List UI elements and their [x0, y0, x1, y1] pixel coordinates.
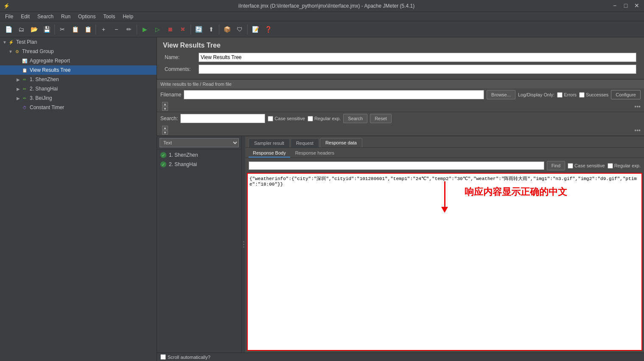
- tab-request[interactable]: Request: [291, 138, 319, 147]
- toggle-button[interactable]: ✏: [123, 23, 135, 35]
- start-button[interactable]: ▶: [139, 23, 151, 35]
- scroll-arrows-mid: ▲ ▼: [160, 125, 170, 135]
- shutdown-button[interactable]: ✖: [177, 23, 189, 35]
- regular-exp-text: Regular exp.: [314, 116, 341, 121]
- sidebar-item-timer[interactable]: ⏱ Constant Timer: [0, 103, 157, 112]
- clearall-button[interactable]: ⬆: [205, 23, 217, 35]
- result-icon-2: ✓: [160, 161, 166, 167]
- new-button[interactable]: 📄: [3, 23, 14, 35]
- format-select[interactable]: Text HTML JSON XML: [160, 138, 239, 147]
- minimize-button[interactable]: −: [611, 2, 619, 9]
- stop-button[interactable]: ⏹: [164, 23, 176, 35]
- open-button[interactable]: 📂: [28, 23, 40, 35]
- comments-row: Comments:: [163, 65, 638, 74]
- dots-menu-top[interactable]: •••: [634, 103, 641, 110]
- app-icon: ⚡: [3, 3, 10, 9]
- comments-input[interactable]: [199, 65, 636, 74]
- scroll-down-arrow2[interactable]: ▼: [162, 130, 168, 135]
- scroll-up-arrow2[interactable]: ▲: [162, 126, 168, 130]
- results-right-panel: Sampler result Request Response data Res…: [245, 136, 644, 353]
- testplan-icon: ⚡: [8, 39, 14, 45]
- menu-tools[interactable]: Tools: [100, 13, 118, 20]
- name-row: Name:: [163, 53, 638, 62]
- case-sensitive-checkbox[interactable]: [268, 116, 273, 121]
- scroll-down-arrow[interactable]: ▼: [162, 107, 168, 111]
- help-button[interactable]: ❓: [262, 23, 274, 35]
- function-button[interactable]: 📦: [221, 23, 233, 35]
- arrow-head: [441, 207, 448, 213]
- configure-button[interactable]: Configure: [611, 90, 641, 99]
- browse-button[interactable]: Browse...: [487, 90, 515, 99]
- tab-sampler-result[interactable]: Sampler result: [249, 138, 290, 147]
- toggle-sampler1[interactable]: ▶: [15, 77, 21, 82]
- sidebar-item-testplan[interactable]: ▼ ⚡ Test Plan: [0, 37, 157, 47]
- result-item-shenzhen[interactable]: ✓ 1. ShenZhen: [157, 150, 241, 160]
- errors-checkbox[interactable]: [557, 92, 563, 98]
- filename-input[interactable]: [184, 90, 484, 99]
- find-regexp-checkbox[interactable]: [608, 163, 613, 169]
- testplan-button[interactable]: 🛡: [234, 23, 246, 35]
- search-button[interactable]: Search: [343, 114, 367, 123]
- toggle-testplan[interactable]: ▼: [2, 40, 8, 45]
- toggle-sampler3[interactable]: ▶: [15, 96, 21, 101]
- maximize-button[interactable]: □: [622, 2, 630, 9]
- search-bar: Search: Case sensitive Regular exp. Sear…: [157, 112, 644, 125]
- find-case-sensitive-label: Case sensitive: [568, 163, 605, 169]
- search-input[interactable]: [180, 114, 265, 123]
- sidebar-item-threadgroup[interactable]: ▼ ⚙ Thread Group: [0, 47, 157, 56]
- filename-label: Filename: [160, 92, 181, 98]
- close-button[interactable]: ✕: [633, 2, 641, 9]
- start-nolog-button[interactable]: ▷: [151, 23, 163, 35]
- name-input[interactable]: [199, 53, 636, 62]
- sidebar-item-sampler3[interactable]: ▶ ✏ 3. BeiJing: [0, 93, 157, 103]
- scroll-auto-checkbox[interactable]: [160, 354, 166, 360]
- menu-run[interactable]: Run: [58, 13, 74, 20]
- annotation-overlay: {"weatherinfo":{"city":"深圳","cityid":"10…: [247, 173, 642, 351]
- log-button[interactable]: 📝: [249, 23, 261, 35]
- sampler1-icon: ✏: [21, 76, 28, 83]
- sidebar-item-resultstree[interactable]: 📋 View Results Tree: [0, 65, 157, 75]
- collapse-button[interactable]: −: [110, 23, 122, 35]
- drag-handle-h[interactable]: [242, 136, 245, 353]
- menu-help[interactable]: Help: [119, 13, 137, 20]
- annotation-text: 响应内容显示正确的中文: [465, 186, 567, 198]
- templates-button[interactable]: 🗂: [15, 23, 27, 35]
- main-tabs-bar: Sampler result Request Response data: [245, 136, 644, 148]
- menu-search[interactable]: Search: [34, 13, 57, 20]
- main-layout: ▼ ⚡ Test Plan ▼ ⚙ Thread Group 📊 Aggrega…: [0, 37, 644, 361]
- threadgroup-label: Thread Group: [22, 48, 54, 54]
- sidebar-item-sampler1[interactable]: ▶ ✏ 1. ShenZhen: [0, 75, 157, 84]
- expand-button[interactable]: +: [98, 23, 109, 35]
- find-case-sensitive-checkbox[interactable]: [568, 163, 573, 169]
- save-button[interactable]: 💾: [41, 23, 53, 35]
- menu-options[interactable]: Options: [75, 13, 99, 20]
- reset-button[interactable]: Reset: [370, 114, 392, 123]
- format-selector: Text HTML JSON XML: [157, 136, 241, 149]
- sidebar-item-aggregate[interactable]: 📊 Aggregate Report: [0, 56, 157, 65]
- toggle-threadgroup[interactable]: ▼: [8, 49, 14, 54]
- sidebar-item-sampler2[interactable]: ▶ ✏ 2. ShangHai: [0, 84, 157, 93]
- errors-checkbox-label: Errors: [557, 92, 577, 98]
- sep3: [137, 24, 137, 34]
- menu-file[interactable]: File: [2, 13, 17, 20]
- copy-button[interactable]: 📋: [69, 23, 81, 35]
- find-input[interactable]: [249, 161, 544, 170]
- cut-button[interactable]: ✂: [56, 23, 68, 35]
- result-item-shanghai[interactable]: ✓ 2. ShangHai: [157, 160, 241, 169]
- menu-edit[interactable]: Edit: [17, 13, 33, 20]
- resultstree-label: View Results Tree: [30, 67, 71, 73]
- find-case-sensitive-text: Case sensitive: [574, 163, 605, 168]
- paste-button[interactable]: 📋: [82, 23, 94, 35]
- sub-tab-response-body[interactable]: Response Body: [249, 149, 290, 158]
- toggle-sampler2[interactable]: ▶: [15, 87, 21, 91]
- case-sensitive-label: Case sensitive: [268, 116, 305, 121]
- tab-response-data[interactable]: Response data: [320, 138, 362, 147]
- clear-button[interactable]: 🔄: [193, 23, 204, 35]
- find-button[interactable]: Find: [547, 161, 565, 170]
- regular-exp-checkbox[interactable]: [308, 116, 313, 121]
- sub-tab-response-headers[interactable]: Response headers: [291, 149, 339, 158]
- sampler3-label: 3. BeiJing: [30, 95, 52, 101]
- dots-menu-mid[interactable]: •••: [634, 127, 641, 134]
- successes-checkbox[interactable]: [579, 92, 585, 98]
- scroll-up-arrow[interactable]: ▲: [162, 102, 168, 106]
